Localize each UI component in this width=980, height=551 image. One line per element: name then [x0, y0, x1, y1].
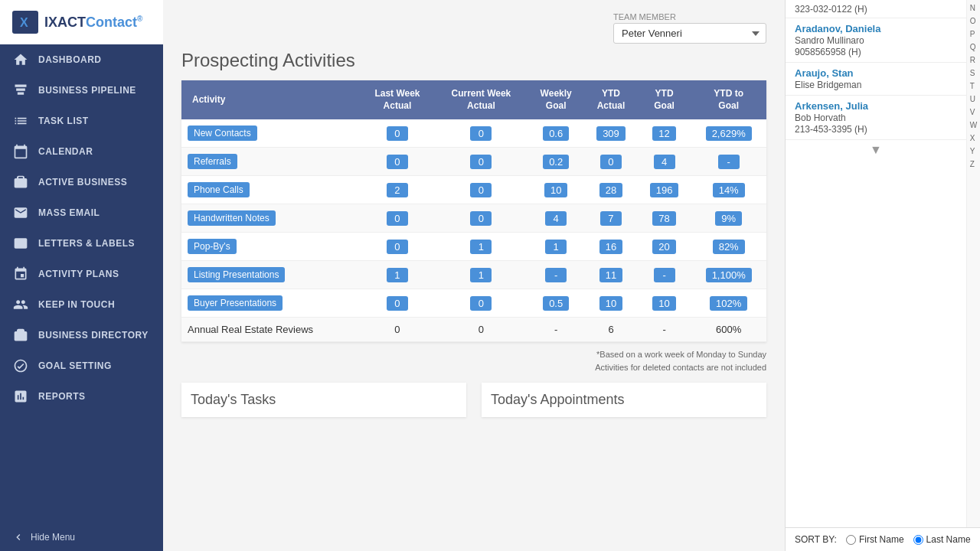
today-appointments-section: Today's Appointments: [482, 383, 766, 417]
alpha-letter-S[interactable]: S: [970, 69, 975, 77]
sidebar-item-dashboard[interactable]: DASHBOARD: [0, 44, 163, 75]
sidebar-item-business-pipeline[interactable]: BUSINESS PIPELINE: [0, 75, 163, 106]
contact-name[interactable]: Araujo, Stan: [795, 67, 957, 79]
sort-last-name-option[interactable]: Last Name: [913, 534, 971, 545]
alpha-letter-W[interactable]: W: [970, 121, 977, 129]
calendar-icon: [12, 143, 29, 160]
alpha-letter-Q[interactable]: Q: [970, 43, 976, 51]
table-row: Handwritten Notes0047789%: [181, 204, 766, 233]
sidebar-item-mass-email[interactable]: MASS EMAIL: [0, 197, 163, 228]
cell-ytd-actual: 11: [584, 261, 638, 289]
contact-sub-line1: Bob Horvath: [795, 112, 957, 123]
cell-current-week: 1: [435, 261, 528, 289]
sidebar-label-mass-email: MASS EMAIL: [38, 207, 100, 218]
alpha-letter-N[interactable]: N: [970, 4, 975, 12]
contact-name[interactable]: Aradanov, Daniela: [795, 23, 957, 34]
cell-ytd-actual: 6: [584, 318, 638, 342]
alpha-letter-R[interactable]: R: [970, 56, 975, 64]
sidebar-item-letters-labels[interactable]: LETTERS & LABELS: [0, 228, 163, 259]
sort-first-name-label: First Name: [859, 534, 904, 545]
cell-weekly-goal: -: [528, 318, 584, 342]
footnote: *Based on a work week of Monday to Sunda…: [181, 348, 766, 373]
table-row: Buyer Presentations000.51010102%: [181, 289, 766, 318]
alpha-letter-U[interactable]: U: [970, 95, 975, 103]
activity-link[interactable]: New Contacts: [188, 126, 257, 141]
sidebar-item-activity-plans[interactable]: ACTIVITY PLANS: [0, 259, 163, 289]
sidebar-item-keep-in-touch[interactable]: KEEP IN TOUCH: [0, 289, 163, 320]
cell-weekly-goal: 0.2: [528, 148, 584, 176]
cell-activity: Phone Calls: [181, 176, 360, 204]
contact-entry: Aradanov, DanielaSandro Mullinaro9058565…: [786, 18, 966, 63]
sidebar-item-reports[interactable]: REPORTS: [0, 381, 163, 412]
alpha-letter-V[interactable]: V: [970, 108, 975, 116]
alpha-letter-Y[interactable]: Y: [970, 147, 975, 155]
cell-ytd-goal: 20: [638, 233, 691, 261]
cell-current-week: 0: [435, 318, 528, 342]
footnote-line2: Activities for deleted contacts are not …: [181, 361, 766, 374]
cell-ytd-actual: 309: [584, 119, 638, 148]
cell-current-week: 0: [435, 119, 528, 148]
app-name: IXACTContact®: [44, 15, 142, 31]
sidebar-label-reports: REPORTS: [38, 391, 86, 402]
activity-table: Activity Last WeekActual Current WeekAct…: [181, 80, 766, 342]
activity-link[interactable]: Phone Calls: [188, 182, 250, 197]
cell-ytd-goal: 196: [638, 176, 691, 204]
cell-ytd-goal: -: [638, 261, 691, 289]
cell-ytd-goal: -: [638, 318, 691, 342]
sort-first-name-radio[interactable]: [846, 535, 856, 545]
cell-activity: Referrals: [181, 148, 360, 176]
cell-activity: Listing Presentations: [181, 261, 360, 289]
sort-first-name-option[interactable]: First Name: [846, 534, 904, 545]
activity-link[interactable]: Handwritten Notes: [188, 210, 276, 226]
scroll-down-arrow[interactable]: ▼: [786, 140, 966, 160]
sidebar: X IXACTContact® DASHBOARD BUSINESS PIPEL…: [0, 0, 163, 551]
col-header-ytd-goal: YTDGoal: [638, 80, 691, 119]
cell-ytd-goal: 4: [638, 148, 691, 176]
cell-current-week: 0: [435, 176, 528, 204]
logo-icon: X: [12, 11, 38, 34]
cell-activity: Handwritten Notes: [181, 204, 360, 233]
activity-link[interactable]: Referrals: [188, 154, 237, 169]
cell-ytd-to-goal: 102%: [691, 289, 766, 318]
cell-activity: New Contacts: [181, 119, 360, 148]
cell-ytd-actual: 16: [584, 233, 638, 261]
alpha-letter-T[interactable]: T: [970, 82, 975, 90]
contact-sub-line2: 213-453-3395 (H): [795, 124, 957, 135]
contact-name[interactable]: Arkensen, Julia: [795, 100, 957, 112]
hide-menu-label: Hide Menu: [31, 532, 75, 543]
cell-last-week: 2: [360, 176, 434, 204]
sidebar-item-calendar[interactable]: CALENDAR: [0, 136, 163, 167]
pipeline-icon: [12, 82, 29, 99]
cell-ytd-goal: 10: [638, 289, 691, 318]
sort-last-name-radio[interactable]: [913, 535, 923, 545]
briefcase-icon: [12, 174, 29, 191]
sidebar-item-goal-setting[interactable]: GOAL SETTING: [0, 350, 163, 381]
page-title: Prospecting Activities: [181, 50, 766, 71]
alpha-letter-X[interactable]: X: [970, 134, 975, 142]
sidebar-item-active-business[interactable]: ACTIVE BUSINESS: [0, 167, 163, 197]
contact-sub-line2: 9058565958 (H): [795, 47, 957, 57]
alpha-index: NOPQRSTUVWXYZ: [966, 0, 980, 527]
activity-link[interactable]: Buyer Presentations: [188, 295, 283, 311]
svg-text:X: X: [20, 16, 28, 29]
reports-icon: [12, 388, 29, 405]
table-row: Pop-By's011162082%: [181, 233, 766, 261]
sort-last-name-label: Last Name: [926, 534, 971, 545]
team-member-select[interactable]: Peter Venneri: [613, 23, 766, 44]
sidebar-item-task-list[interactable]: TASK LIST: [0, 106, 163, 136]
alpha-letter-O[interactable]: O: [970, 17, 976, 25]
table-row: Phone Calls20102819614%: [181, 176, 766, 204]
contact-entry: Araujo, StanElise Bridgeman: [786, 63, 966, 96]
cell-current-week: 0: [435, 204, 528, 233]
cell-ytd-to-goal: 2,629%: [691, 119, 766, 148]
alpha-letter-P[interactable]: P: [970, 30, 975, 38]
alpha-letter-Z[interactable]: Z: [970, 160, 975, 168]
hide-menu-button[interactable]: Hide Menu: [0, 523, 163, 551]
col-header-weekly-goal: WeeklyGoal: [528, 80, 584, 119]
sidebar-item-business-directory[interactable]: BUSINESS DIRECTORY: [0, 320, 163, 350]
table-row: Listing Presentations11-11-1,100%: [181, 261, 766, 289]
sidebar-label-calendar: CALENDAR: [38, 146, 93, 157]
activity-link[interactable]: Pop-By's: [188, 239, 237, 254]
activity-link[interactable]: Listing Presentations: [188, 267, 285, 282]
today-appointments-title: Today's Appointments: [491, 392, 757, 408]
